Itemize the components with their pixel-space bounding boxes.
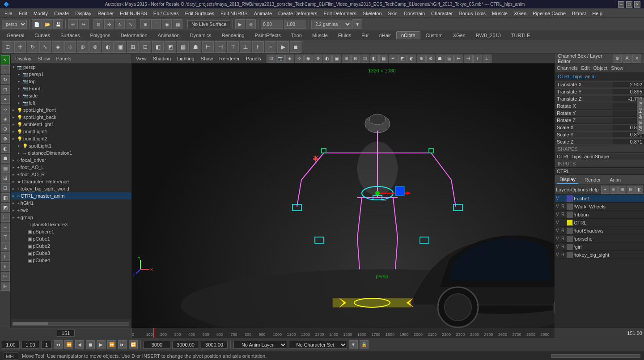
- new-file-btn[interactable]: 📄: [32, 19, 42, 29]
- shelf-rotate-btn[interactable]: ↻: [27, 41, 38, 53]
- redo-btn[interactable]: ↪: [79, 19, 89, 29]
- outliner-item[interactable]: ▸📷side: [11, 92, 131, 99]
- pb-options-btn[interactable]: ▼: [349, 340, 358, 349]
- shelf-play-btn[interactable]: ▶: [277, 41, 289, 53]
- rotate-btn[interactable]: ↻: [115, 19, 125, 29]
- outliner-item[interactable]: ▣pCube3: [11, 250, 131, 257]
- shelf-b1[interactable]: ◈: [52, 41, 64, 53]
- vp-b8[interactable]: ▣: [332, 55, 341, 63]
- help-menu[interactable]: Help: [589, 187, 599, 192]
- layer-visible[interactable]: V: [556, 244, 561, 249]
- outliner-item[interactable]: ▸📷left: [11, 99, 131, 106]
- mod-tab-xgen[interactable]: XGen: [448, 31, 470, 39]
- snap-surface-btn[interactable]: ▦: [173, 19, 182, 29]
- menu-create[interactable]: Create: [51, 10, 72, 17]
- display-tab[interactable]: Display: [13, 55, 34, 62]
- start-frame-input[interactable]: [2, 341, 20, 349]
- translate-x-field[interactable]: [261, 20, 283, 29]
- menu-create_deformers[interactable]: Create Deformers: [275, 10, 320, 17]
- shelf-b7[interactable]: ⊞: [127, 41, 139, 53]
- render-btn[interactable]: ▶: [235, 19, 245, 29]
- menu-file[interactable]: File: [2, 10, 15, 17]
- channel-value[interactable]: 0.871: [613, 139, 644, 144]
- vp-b3[interactable]: ◈: [285, 55, 294, 63]
- vp-light-btn[interactable]: ☀: [389, 55, 398, 63]
- layer-item[interactable]: VR/footShadows: [555, 227, 644, 235]
- mod-tab-turtle[interactable]: TURTLE: [506, 31, 535, 39]
- tool22[interactable]: ⊧: [1, 262, 10, 271]
- shelf-b4[interactable]: ⊗: [89, 41, 101, 53]
- channel-row[interactable]: Translate X2.902: [555, 81, 644, 88]
- mod-tab-custom[interactable]: Custom: [421, 31, 448, 39]
- vp-select-btn[interactable]: ⊡: [267, 55, 275, 63]
- shelf-b14[interactable]: ⊣: [215, 41, 226, 53]
- menu-render[interactable]: Render: [95, 10, 116, 17]
- shelf-b10[interactable]: ◩: [165, 41, 176, 53]
- tool6[interactable]: ⊹: [1, 105, 10, 114]
- layer-visible[interactable]: V: [556, 228, 561, 233]
- layer-item[interactable]: VR/porsche: [555, 235, 644, 243]
- vp-b17[interactable]: ⊕: [417, 55, 426, 63]
- script-mode[interactable]: MEL: [4, 352, 18, 360]
- layer-ref[interactable]: R: [561, 236, 567, 241]
- mod-tab-general[interactable]: General: [2, 31, 29, 39]
- menu-skin[interactable]: Skin: [386, 10, 400, 17]
- channel-value[interactable]: 2.902: [613, 82, 644, 87]
- outliner-item[interactable]: ▸💡spotLight_front: [11, 106, 131, 114]
- vp-shadow-btn[interactable]: ◩: [398, 55, 407, 63]
- outliner-item[interactable]: ▸↔distanceDimension1: [11, 149, 131, 157]
- menu-muscle[interactable]: Muscle: [489, 10, 510, 17]
- inputs-node-name[interactable]: CTRL: [555, 169, 644, 174]
- layer-visible[interactable]: V: [556, 204, 561, 209]
- channel-value[interactable]: 0.895: [613, 89, 644, 94]
- menu-xgen[interactable]: XGen: [511, 10, 529, 17]
- vp-b24[interactable]: ⊥: [483, 55, 491, 63]
- panels-tab[interactable]: Panels: [54, 55, 74, 62]
- vp-b18[interactable]: ⊗: [426, 55, 435, 63]
- current-frame-indicator[interactable]: [153, 328, 154, 338]
- outliner-item[interactable]: ▣pSphere1: [11, 228, 131, 235]
- layer-ref[interactable]: R: [561, 252, 567, 257]
- snap-curve-btn[interactable]: ⌒: [151, 19, 161, 29]
- layer-item[interactable]: VR/girl: [555, 243, 644, 251]
- shelf-b13[interactable]: ⊢: [202, 41, 214, 53]
- char-set-select[interactable]: No Character Set: [289, 341, 347, 349]
- outliner-item[interactable]: ▣pCube2: [11, 242, 131, 250]
- tool19[interactable]: ⊤: [1, 233, 10, 241]
- channel-row[interactable]: Translate Y0.895: [555, 88, 644, 95]
- shelf-select-btn[interactable]: ⊡: [2, 41, 13, 53]
- channel-row[interactable]: Rotate Z0: [555, 117, 644, 124]
- menu-edit_nurbs[interactable]: Edit NURBS: [218, 10, 250, 17]
- tool20[interactable]: ⊥: [1, 242, 10, 251]
- shading-menu[interactable]: Shading: [150, 55, 174, 62]
- shelf-b16[interactable]: ⊥: [240, 41, 251, 53]
- outliner-item[interactable]: ▸○CTRL_master_anim: [11, 192, 131, 199]
- cb-options-btn[interactable]: ⚙: [613, 55, 622, 63]
- shelf-b3[interactable]: ⊕: [77, 41, 89, 53]
- outliner[interactable]: ▾📷persp ▸📷persp1 ▸📷top ▸📷Front ▸📷side ▸📷…: [11, 64, 131, 319]
- layers-menu[interactable]: Layers: [556, 187, 571, 192]
- vp-b22[interactable]: ⊣: [464, 55, 473, 63]
- channel-row[interactable]: Scale Y0.871: [555, 131, 644, 138]
- edit-menu[interactable]: Edit: [581, 65, 589, 71]
- layer-item[interactable]: VCTRL: [555, 219, 644, 227]
- outliner-item[interactable]: ▸+foot_AO_R: [11, 171, 131, 178]
- tool14[interactable]: ⊟: [1, 183, 10, 192]
- menu-display[interactable]: Display: [72, 10, 94, 17]
- outliner-item[interactable]: ▣pCube1: [11, 235, 131, 242]
- shelf-b18[interactable]: ⊧: [265, 41, 276, 53]
- menu-edit_deformers[interactable]: Edit Deformers: [321, 10, 359, 17]
- layer-visible[interactable]: V: [556, 212, 561, 217]
- minimize-button[interactable]: ─: [618, 1, 624, 8]
- outliner-item[interactable]: ▸📷top: [11, 78, 131, 85]
- menu-pipeline_cache[interactable]: Pipeline Cache: [530, 10, 568, 17]
- show-tab[interactable]: Show: [35, 55, 53, 62]
- move-btn[interactable]: ✛: [104, 19, 114, 29]
- shelf-b17[interactable]: ⊦: [252, 41, 264, 53]
- outliner-item[interactable]: ▸+foot_AO_L: [11, 164, 131, 171]
- layer-ref[interactable]: R: [561, 212, 567, 217]
- layer-item[interactable]: VFuche1: [555, 195, 644, 203]
- go-end-btn[interactable]: ⏭: [118, 340, 127, 349]
- mod-tab-toon[interactable]: Toon: [286, 31, 307, 39]
- layer-ref[interactable]: R: [561, 244, 567, 249]
